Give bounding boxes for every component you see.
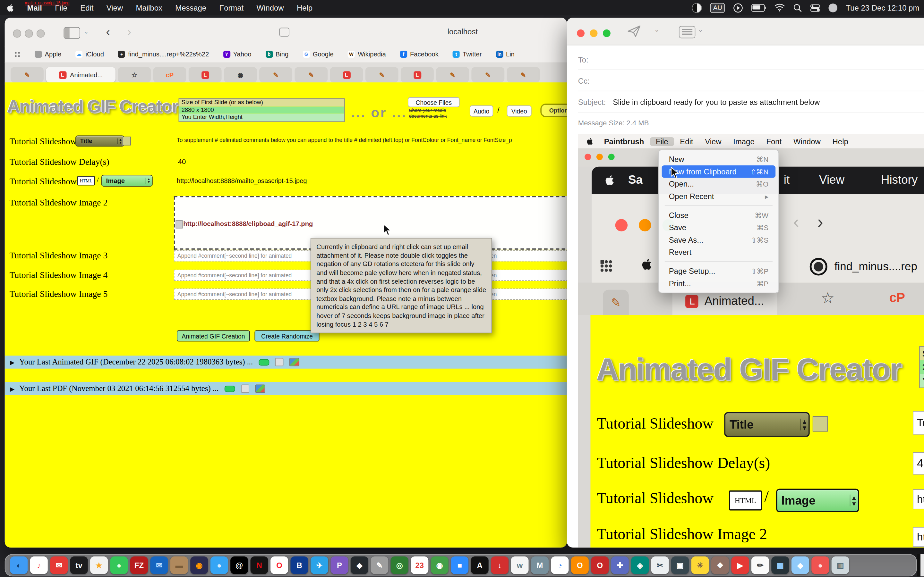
dock-icon[interactable]: tv — [70, 556, 88, 574]
bookmark-item[interactable]: YYahoo — [223, 51, 251, 58]
battery-icon[interactable] — [752, 4, 766, 11]
bookmark-item[interactable]: inLin — [496, 51, 515, 58]
address-bar[interactable]: localhost — [427, 27, 498, 36]
menu-item-page-setup-[interactable]: Page Setup...⇧⌘P — [662, 265, 775, 277]
image-select[interactable]: Image ▴▾ — [102, 175, 153, 187]
tab[interactable]: ✎ — [365, 67, 399, 82]
menu-item-open-[interactable]: Open...⌘O — [662, 178, 775, 190]
tab[interactable]: ◉ — [224, 67, 257, 82]
bookmark-item[interactable]: tTwitter — [453, 51, 482, 58]
tab[interactable]: ✎ — [11, 67, 44, 82]
apple-menu[interactable] — [0, 3, 21, 12]
title-select[interactable]: Title ▴▾ — [75, 135, 124, 147]
tab[interactable]: ☆ — [118, 67, 151, 82]
animated-gif-creation-button[interactable]: Animated GIF Creation — [177, 330, 250, 342]
bookmarks-grid-icon[interactable] — [14, 51, 21, 57]
dock-icon[interactable]: ✉ — [150, 556, 168, 574]
play-status-icon[interactable] — [733, 3, 743, 13]
dock-icon[interactable]: ✂ — [651, 556, 669, 574]
dock-icon[interactable]: ◉ — [431, 556, 449, 574]
dock-icon[interactable]: ● — [110, 556, 128, 574]
create-randomize-button[interactable]: Create Randomize — [254, 330, 319, 342]
dock-icon[interactable]: ▦ — [771, 556, 789, 574]
dock-icon[interactable]: ✏ — [751, 556, 769, 574]
bookmark-item[interactable]: Apple — [35, 51, 61, 58]
bookmark-item[interactable]: GGoogle — [302, 51, 333, 58]
close-window-button[interactable] — [577, 29, 585, 37]
dock-icon[interactable]: ✚ — [611, 556, 629, 574]
user-switch-icon[interactable] — [829, 3, 838, 12]
zoom-window-button[interactable] — [603, 29, 611, 37]
pdf-tool-icon[interactable] — [241, 384, 249, 393]
tab[interactable]: L — [401, 67, 434, 82]
dock-icon[interactable]: B — [291, 556, 309, 574]
menubar-menu-message[interactable]: Message — [169, 3, 213, 12]
dock-icon[interactable]: ● — [210, 556, 228, 574]
html-chip-button[interactable]: HTML — [78, 176, 95, 185]
menubar-menu-edit[interactable]: Edit — [74, 3, 100, 12]
menu-item-save[interactable]: Save⌘S — [662, 221, 775, 234]
dock-icon[interactable]: M — [531, 556, 549, 574]
gif-photo-icon[interactable] — [289, 358, 299, 366]
bookmark-item[interactable]: fFacebook — [400, 51, 439, 58]
dock-icon[interactable]: ◔ — [551, 556, 569, 574]
dock-icon[interactable]: w — [511, 556, 528, 574]
dock-icon[interactable]: ◆ — [351, 556, 368, 574]
dock-icon[interactable]: ❖ — [711, 556, 729, 574]
pdf-preview-chip[interactable] — [225, 385, 235, 392]
dock-icon[interactable]: ■ — [451, 556, 468, 574]
delay-value[interactable]: 40 — [178, 158, 186, 166]
dock-icon[interactable]: ✎ — [371, 556, 388, 574]
choose-files-button[interactable]: Choose Files — [408, 97, 460, 107]
status-app-icon[interactable] — [692, 3, 702, 13]
tab[interactable]: ✎ — [294, 67, 328, 82]
disclosure-triangle-icon[interactable]: ▶ — [10, 385, 15, 392]
video-button[interactable]: Video — [507, 105, 531, 117]
menubar-menu-format[interactable]: Format — [213, 3, 250, 12]
minimize-window-button[interactable] — [25, 29, 33, 38]
dock-icon[interactable]: ▥ — [832, 556, 849, 574]
menu-item-open-recent[interactable]: Open Recent▸ — [662, 190, 775, 203]
dock-icon[interactable]: @ — [230, 556, 248, 574]
dock-icon[interactable]: 23 — [411, 556, 428, 574]
gif-preview-chip[interactable] — [259, 359, 270, 365]
tab[interactable]: ✎ — [507, 67, 540, 82]
menu-item-new[interactable]: New⌘N — [662, 153, 775, 166]
attachment-screenshot[interactable]: PaintbrushFileEditViewImageFontWindowHel… — [578, 134, 924, 548]
wifi-icon[interactable] — [774, 3, 785, 12]
menubar-menu-help[interactable]: Help — [290, 3, 319, 12]
to-field[interactable] — [578, 69, 924, 70]
menubar-clock[interactable]: Tue 23 Dec 12:10 pm — [846, 3, 919, 12]
tab[interactable]: ✎ — [436, 67, 469, 82]
dock-icon[interactable]: ✈ — [310, 556, 328, 574]
dock-icon[interactable]: O — [571, 556, 589, 574]
menubar-menu-view[interactable]: View — [100, 3, 129, 12]
dock-icon[interactable]: FZ — [130, 556, 148, 574]
dock-icon[interactable]: ✳ — [691, 556, 709, 574]
send-chevron-icon[interactable]: ⌄ — [654, 26, 660, 34]
close-window-button[interactable] — [13, 29, 21, 38]
last-pdf-bar[interactable]: ▶ Your Last PDF (November 03 2021 06:14:… — [5, 382, 567, 395]
bookmark-item[interactable]: ●find_minus....rep+%22s%22 — [118, 51, 209, 58]
dock-icon[interactable]: ✉ — [50, 556, 68, 574]
tab-active[interactable]: LAnimated... — [46, 67, 115, 82]
audio-button[interactable]: Audio — [470, 105, 493, 117]
dock-icon[interactable]: ↓ — [491, 556, 509, 574]
size-box-line2[interactable]: 2880 x 1800 — [179, 106, 344, 114]
options-button[interactable]: Option — [540, 103, 567, 117]
bookmark-item[interactable]: WWikipedia — [348, 51, 386, 58]
tab[interactable]: ✎ — [471, 67, 504, 82]
dock-icon[interactable]: O — [270, 556, 288, 574]
slide2-url[interactable]: http://localhost:8888/clipboad_agif-17.p… — [183, 220, 313, 227]
cc-field[interactable] — [578, 91, 924, 91]
dock-icon[interactable]: N — [250, 556, 268, 574]
dock-icon[interactable]: ◈ — [631, 556, 649, 574]
format-chevron-icon[interactable]: ⌄ — [698, 26, 703, 34]
color-swatch[interactable] — [122, 137, 131, 145]
menu-item-print-[interactable]: Print...⌘P — [662, 277, 775, 290]
dock-icon[interactable]: ◐ — [10, 556, 27, 574]
pdf-photo-icon[interactable] — [255, 384, 265, 393]
tab[interactable]: L — [330, 67, 363, 82]
spotlight-search-icon[interactable] — [793, 3, 803, 12]
dock-icon[interactable]: P — [330, 556, 348, 574]
